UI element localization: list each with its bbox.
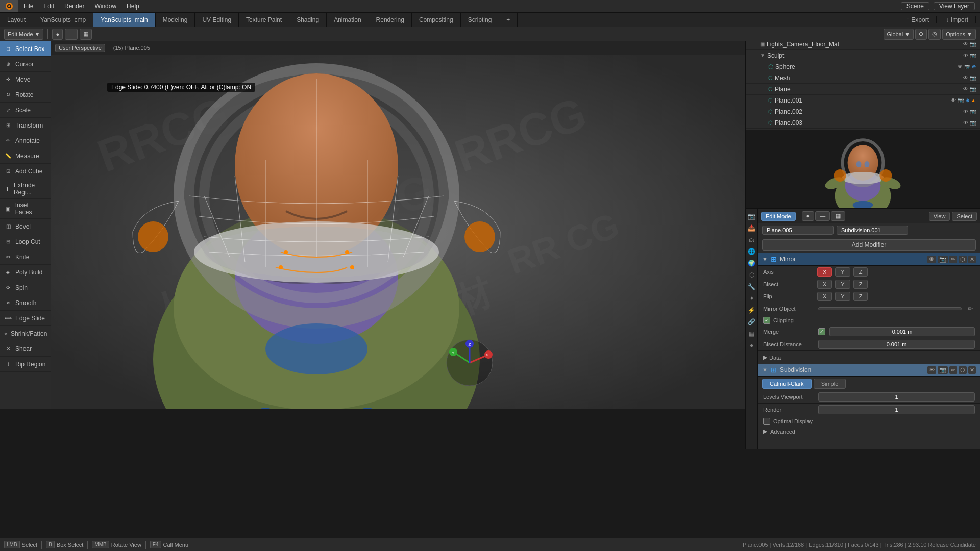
scene-selector[interactable]: Scene: [901, 2, 929, 10]
tab-shading[interactable]: Shading: [289, 13, 327, 27]
eye-icon[interactable]: 👁: [963, 75, 968, 81]
eye-icon[interactable]: 👁: [951, 97, 956, 103]
select-mode-face[interactable]: ▦: [80, 29, 92, 40]
view-layer-selector[interactable]: View Layer: [934, 2, 975, 10]
tab-yansculpts-main[interactable]: YanSculpts_main: [93, 13, 156, 27]
btn-import[interactable]: ↓ Import: [939, 16, 976, 23]
menu-render[interactable]: Render: [59, 0, 89, 12]
bisect-distance-input[interactable]: [818, 340, 975, 349]
tool-add-cube[interactable]: ⊡ Add Cube: [0, 164, 51, 179]
axis-y-btn[interactable]: Y: [835, 267, 850, 277]
render-icon[interactable]: 📷: [970, 75, 976, 81]
mirror-object-input[interactable]: [818, 307, 962, 310]
tree-item-sphere[interactable]: ⬡ Sphere 👁 📷 ⊕: [746, 61, 980, 72]
menu-help[interactable]: Help: [121, 0, 144, 12]
render-icon[interactable]: 📷: [970, 109, 976, 114]
select-btn[interactable]: Select: [952, 212, 977, 221]
tab-yansculpts-cmp[interactable]: YanSculpts_cmp: [33, 13, 93, 27]
tool-annotate[interactable]: ✏ Annotate: [0, 133, 51, 148]
proportional-btn[interactable]: ◎: [928, 29, 941, 40]
mirror-expand-btn[interactable]: ⬡: [959, 256, 967, 263]
tool-shear[interactable]: ⧖ Shear: [0, 341, 51, 357]
tree-item-plane003[interactable]: ⬡ Plane.003 👁 📷: [746, 117, 980, 129]
prop-icon-render[interactable]: 📷: [746, 211, 757, 221]
add-modifier-btn[interactable]: Add Modifier: [762, 239, 976, 251]
eye-icon[interactable]: 👁: [963, 86, 968, 92]
snap-btn[interactable]: ⊙: [915, 29, 927, 40]
mirror-render-btn[interactable]: 📷: [938, 256, 948, 263]
view-btn[interactable]: View: [929, 212, 950, 221]
prop-icon-view-layer[interactable]: 🗂: [747, 235, 756, 245]
prop-icon-object[interactable]: ⬡: [748, 270, 756, 280]
prop-icon-modifier[interactable]: 🔧: [746, 282, 757, 292]
render-icon[interactable]: 📷: [970, 41, 976, 47]
menu-edit[interactable]: Edit: [38, 0, 59, 12]
tree-item-plane001[interactable]: ⬡ Plane.001 👁 📷 ⊕ ▲: [746, 95, 980, 106]
tab-texture-paint[interactable]: Texture Paint: [239, 13, 289, 27]
axis-z-btn[interactable]: Z: [853, 267, 868, 277]
tab-uv-editing[interactable]: UV Editing: [195, 13, 239, 27]
tab-animation[interactable]: Animation: [327, 13, 369, 27]
flip-z-btn[interactable]: Z: [853, 292, 868, 301]
subdivision-modifier-header[interactable]: ▼ ⊞ Subdivision 👁 📷 ✏ ⬡ ✕: [758, 364, 980, 377]
tab-scripting[interactable]: Scripting: [461, 13, 500, 27]
mirror-object-edit-icon[interactable]: ✏: [966, 304, 975, 313]
tool-cursor[interactable]: ⊕ Cursor: [0, 57, 51, 72]
render-icon[interactable]: 📷: [970, 86, 976, 92]
tool-smooth[interactable]: ≈ Smooth: [0, 295, 51, 311]
prop-icon-particles[interactable]: ✦: [748, 293, 756, 304]
navigation-gizmo[interactable]: X Y Z: [444, 337, 495, 388]
tool-rotate[interactable]: ↻ Rotate: [0, 87, 51, 103]
tool-move[interactable]: ✛ Move: [0, 72, 51, 87]
prop-icon-physics[interactable]: ⚡: [746, 305, 757, 315]
tree-item-plane[interactable]: ⬡ Plane 👁 📷: [746, 84, 980, 95]
edit-mode-btn[interactable]: Edit Mode: [761, 212, 796, 221]
global-selector[interactable]: Global▼: [884, 29, 914, 40]
render-value-input[interactable]: [818, 405, 975, 414]
subdiv-expand-btn[interactable]: ⬡: [959, 366, 967, 374]
tab-compositing[interactable]: Compositing: [412, 13, 461, 27]
subdiv-delete-btn[interactable]: ✕: [968, 366, 976, 374]
eye-icon[interactable]: 👁: [958, 64, 963, 69]
eye-icon[interactable]: 👁: [963, 53, 968, 58]
prop-icon-world[interactable]: 🌍: [746, 258, 757, 268]
tree-item-mesh[interactable]: ⬡ Mesh 👁 📷: [746, 72, 980, 84]
menu-file[interactable]: File: [18, 0, 38, 12]
face-select-btn[interactable]: ▦: [831, 211, 845, 221]
mode-selector[interactable]: Edit Mode ▼: [4, 29, 43, 40]
bisect-y-btn[interactable]: Y: [835, 280, 850, 289]
levels-viewport-input[interactable]: [818, 392, 975, 402]
catmull-clark-btn[interactable]: Catmull-Clark: [762, 379, 812, 389]
advanced-row[interactable]: ▶ Advanced: [758, 427, 980, 436]
eye-icon[interactable]: 👁: [963, 120, 968, 126]
simple-btn[interactable]: Simple: [814, 379, 846, 389]
tool-extrude[interactable]: ⬆ Extrude Regi...: [0, 179, 51, 199]
tool-select-box[interactable]: □ Select Box: [0, 41, 51, 57]
blender-menu[interactable]: [0, 0, 18, 12]
render-icon[interactable]: 📷: [964, 64, 970, 69]
tool-inset[interactable]: ▣ Inset Faces: [0, 199, 51, 219]
edge-select-btn[interactable]: —: [815, 211, 830, 221]
main-viewport[interactable]: User Perspective (15) Plane.005 Edge Sli…: [51, 41, 745, 409]
tool-bevel[interactable]: ◫ Bevel: [0, 219, 51, 234]
viewport-perspective-btn[interactable]: User Perspective: [55, 44, 105, 52]
eye-icon[interactable]: 👁: [963, 109, 968, 114]
menu-window[interactable]: Window: [89, 0, 121, 12]
optimal-display-checkbox[interactable]: [763, 418, 770, 425]
tree-item-sculpt[interactable]: ▼ Sculpt 👁 📷: [746, 50, 980, 61]
bisect-z-btn[interactable]: Z: [853, 280, 868, 289]
prop-icon-constraints[interactable]: 🔗: [746, 317, 757, 327]
prop-icon-output[interactable]: 📤: [746, 223, 757, 233]
clipping-checkbox[interactable]: ✓: [763, 317, 770, 324]
tool-measure[interactable]: 📏 Measure: [0, 148, 51, 164]
prop-icon-material[interactable]: ●: [748, 340, 755, 350]
render-icon[interactable]: 📷: [958, 97, 964, 103]
eye-icon[interactable]: 👁: [963, 41, 968, 47]
vertex-select-btn[interactable]: ●: [802, 211, 815, 221]
bisect-x-btn[interactable]: X: [817, 280, 832, 289]
tab-rendering[interactable]: Rendering: [369, 13, 412, 27]
subdiv-realtime-btn[interactable]: 👁: [927, 366, 936, 374]
tool-spin[interactable]: ⟳ Spin: [0, 280, 51, 295]
modifier-name-input[interactable]: [837, 226, 908, 235]
flip-x-btn[interactable]: X: [817, 292, 832, 301]
